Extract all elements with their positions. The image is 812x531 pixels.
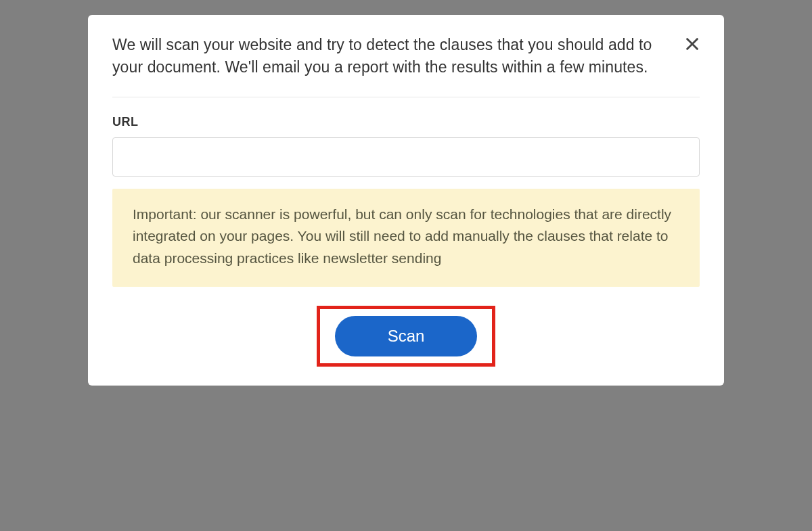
close-button[interactable] (681, 32, 704, 55)
divider (112, 97, 700, 97)
annotation-highlight: Scan (317, 306, 495, 367)
url-label: URL (112, 115, 700, 129)
modal-description: We will scan your website and try to det… (112, 34, 667, 79)
scan-modal: We will scan your website and try to det… (88, 15, 724, 386)
important-notice: Important: our scanner is powerful, but … (112, 189, 700, 287)
close-icon (685, 37, 700, 51)
modal-actions: Scan (112, 306, 700, 367)
url-input[interactable] (112, 137, 700, 177)
modal-header: We will scan your website and try to det… (112, 34, 700, 79)
scan-button[interactable]: Scan (335, 316, 477, 356)
notice-text: Important: our scanner is powerful, but … (133, 204, 679, 270)
